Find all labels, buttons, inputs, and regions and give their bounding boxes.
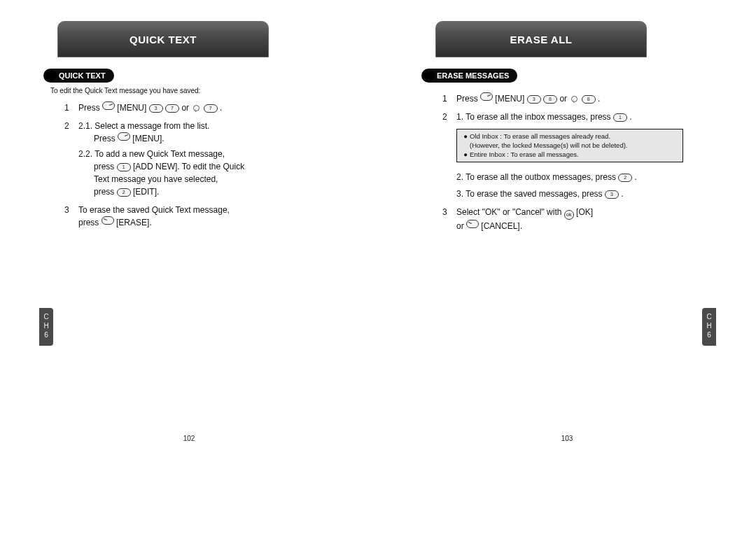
left-step-3: 3 To erase the saved Quick Text message,…	[64, 204, 335, 229]
step-body: Select "OK" or "Cancel" with ok [OK] or …	[456, 206, 701, 232]
text: [ERASE].	[116, 218, 152, 227]
ok-key-icon: ok	[564, 210, 574, 220]
key-7-icon: 7	[204, 104, 218, 113]
step-body: 2.1. Select a message from the list. Pre…	[78, 120, 335, 198]
step-number: 2	[64, 120, 78, 198]
text: [MENU].	[132, 134, 164, 143]
intro-left: To edit the Quick Text message you have …	[50, 87, 335, 94]
text: .	[220, 103, 222, 113]
text: Select "OK" or "Cancel" with	[456, 207, 564, 217]
right-step-1: 1 Press [MENU] 3 8 or 8 .	[442, 92, 701, 105]
section-label-left-text: QUICK TEXT	[59, 71, 106, 80]
text: .	[598, 94, 600, 104]
chapter-tab-right: CH6	[702, 308, 716, 346]
key-2-icon: 2	[117, 188, 131, 197]
key-1-icon: 1	[613, 113, 627, 122]
step-number	[442, 171, 456, 200]
step-body: Press [MENU] 3 8 or 8 .	[456, 92, 701, 105]
page-left: QUICK TEXT QUICK TEXT To edit the Quick …	[0, 0, 378, 469]
text: 2.2. To add a new Quick Text message,	[78, 149, 225, 159]
tab-header-left: QUICK TEXT	[57, 21, 269, 57]
step-number: 3	[64, 204, 78, 229]
text: Press	[456, 94, 480, 104]
text: [CANCEL].	[481, 221, 522, 231]
key-7-icon: 7	[165, 104, 179, 113]
key-8-icon: 8	[543, 95, 557, 104]
right-step-2-cont: 2. To erase all the outbox messages, pre…	[442, 171, 701, 200]
text: press	[94, 187, 117, 197]
step-body: Press [MENU] 3 7 or 7 .	[78, 101, 335, 114]
text: or	[181, 103, 191, 113]
note-line: ● Old Inbox : To erase all messages alre…	[461, 132, 678, 150]
left-step-1: 1 Press [MENU] 3 7 or 7 .	[64, 101, 335, 114]
text: 2.1. Select a message from the list.	[78, 121, 209, 131]
chapter-tab-left: CH6	[39, 308, 53, 346]
key-3-icon: 3	[149, 104, 163, 113]
tab-header-right: ERASE ALL	[435, 21, 647, 57]
text: .	[635, 172, 637, 182]
text: [EDIT].	[133, 187, 159, 197]
note-box: ● Old Inbox : To erase all messages alre…	[456, 129, 683, 162]
tab-title-right: ERASE ALL	[510, 34, 573, 45]
page-right: ERASE ALL ERASE MESSAGES 1 Press [MENU] …	[378, 0, 756, 469]
text: press	[78, 218, 102, 227]
right-step-2: 2 1. To erase all the inbox messages, pr…	[442, 111, 701, 123]
soft-right-key-icon	[102, 216, 114, 225]
note-line: ● Entire Inbox : To erase all messages.	[461, 150, 678, 160]
text: press	[94, 162, 117, 171]
step-body: 1. To erase all the inbox messages, pres…	[456, 111, 701, 123]
text: To erase the saved Quick Text message,	[78, 205, 230, 215]
text: or	[456, 221, 466, 231]
nav-down-icon	[569, 94, 579, 104]
text: (However, the locked Message(s) will not…	[470, 141, 627, 149]
tab-title-left: QUICK TEXT	[130, 34, 197, 45]
text: Press	[94, 134, 118, 143]
text: Press	[78, 103, 102, 113]
soft-left-key-icon	[480, 92, 493, 101]
text: or	[559, 94, 569, 104]
key-3-icon: 3	[527, 95, 541, 104]
text: 3. To erase the saved messages, press	[456, 189, 605, 199]
key-3-icon: 3	[605, 190, 619, 199]
manual-spread: QUICK TEXT QUICK TEXT To edit the Quick …	[0, 0, 756, 534]
text: 1. To erase all the inbox messages, pres…	[456, 112, 613, 122]
text: .	[629, 112, 631, 122]
left-step-2: 2 2.1. Select a message from the list. P…	[64, 120, 335, 198]
text: Text message you have selected,	[94, 174, 218, 184]
soft-left-key-icon	[102, 101, 115, 110]
step-number: 2	[442, 111, 456, 123]
text: [MENU]	[117, 103, 148, 113]
page-number-right: 103	[378, 435, 756, 442]
step-body: To erase the saved Quick Text message, p…	[78, 204, 335, 229]
text: 2. To erase all the outbox messages, pre…	[456, 172, 618, 182]
bullet-icon: ●	[461, 132, 470, 150]
soft-left-key-icon	[118, 132, 130, 141]
step-number: 1	[442, 92, 456, 105]
text: Old Inbox : To erase all messages alread…	[470, 132, 610, 140]
nav-down-icon	[191, 103, 201, 113]
key-1-icon: 1	[117, 163, 131, 171]
section-label-left: QUICK TEXT	[43, 69, 114, 83]
bullet-icon: ●	[461, 150, 470, 160]
soft-right-key-icon	[466, 220, 479, 228]
page-number-left: 102	[0, 435, 378, 442]
step-body: 2. To erase all the outbox messages, pre…	[456, 171, 701, 200]
text: [ADD NEW]. To edit the Quick	[133, 162, 244, 171]
step-number: 3	[442, 206, 456, 232]
right-step-3: 3 Select "OK" or "Cancel" with ok [OK] o…	[442, 206, 701, 232]
step-number: 1	[64, 101, 78, 114]
section-label-right-text: ERASE MESSAGES	[437, 71, 509, 80]
note-text: Entire Inbox : To erase all messages.	[470, 150, 678, 160]
key-2-icon: 2	[618, 174, 632, 182]
text: [MENU]	[495, 94, 526, 104]
section-label-right: ERASE MESSAGES	[421, 69, 517, 83]
note-text: Old Inbox : To erase all messages alread…	[470, 132, 678, 150]
key-8-icon: 8	[582, 95, 596, 104]
text: .	[621, 189, 623, 199]
text: [OK]	[576, 207, 593, 217]
